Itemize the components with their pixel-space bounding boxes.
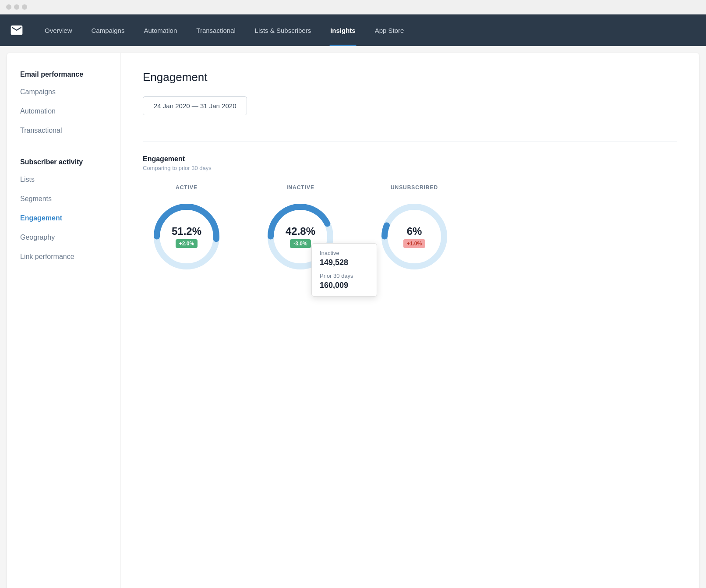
content-wrapper: Email performance CampaignsAutomationTra… [7,53,699,588]
col-header-inactive: INACTIVE [286,184,314,191]
window-dot-2 [14,4,19,10]
email-performance-section-title: Email performance [20,71,107,78]
window-dot-3 [22,4,27,10]
col-header-unsubscribed: UNSUBSCRIBED [391,184,438,191]
subscriber-activity-section-title: Subscriber activity [20,158,107,166]
nav-items: OverviewCampaignsAutomationTransactional… [35,14,413,46]
donut-center-unsubscribed: 6%+1.0% [403,225,425,248]
nav-item-transactional[interactable]: Transactional [187,14,245,46]
engagement-col-active: ACTIVE51.2%+2.0% [143,184,230,279]
engagement-section-heading: Engagement [143,155,677,163]
main-panel: Engagement 24 Jan 2020 — 31 Jan 2020 Eng… [121,53,699,588]
sidebar-item-transactional[interactable]: Transactional [20,126,107,135]
sidebar-item-geography[interactable]: Geography [20,233,107,242]
donut-percent-unsubscribed: 6% [403,225,425,237]
engagement-row: ACTIVE51.2%+2.0%INACTIVE42.8%-3.0%Inacti… [143,184,677,279]
date-range-picker[interactable]: 24 Jan 2020 — 31 Jan 2020 [143,96,247,115]
app-logo[interactable] [9,22,25,38]
col-header-active: ACTIVE [176,184,198,191]
sidebar-item-automation[interactable]: Automation [20,106,107,116]
donut-center-inactive: 42.8%-3.0% [286,225,315,248]
nav-item-campaigns[interactable]: Campaigns [82,14,134,46]
date-range-text: 24 Jan 2020 — 31 Jan 2020 [154,102,236,110]
donut-active: 51.2%+2.0% [149,199,224,274]
page-title: Engagement [143,71,677,84]
sidebar-item-segments[interactable]: Segments [20,194,107,204]
donut-badge-inactive: -3.0% [290,239,311,248]
nav-item-app-store[interactable]: App Store [365,14,414,46]
window-chrome [0,0,706,14]
engagement-section-subheading: Comparing to prior 30 days [143,165,677,171]
section-divider [143,142,677,142]
window-dot-1 [6,4,11,10]
donut-inactive: 42.8%-3.0%Inactive149,528Prior 30 days16… [263,199,338,274]
nav-item-automation[interactable]: Automation [134,14,187,46]
donut-percent-inactive: 42.8% [286,225,315,237]
sidebar-item-lists[interactable]: Lists [20,175,107,184]
sidebar-item-campaigns[interactable]: Campaigns [20,87,107,97]
donut-badge-active: +2.0% [176,239,198,248]
sidebar: Email performance CampaignsAutomationTra… [7,53,121,588]
sidebar-item-link-performance[interactable]: Link performance [20,252,107,262]
tooltip-prior-value: 160,009 [320,281,369,290]
navbar: OverviewCampaignsAutomationTransactional… [0,14,706,46]
engagement-tooltip: Inactive149,528Prior 30 days160,009 [311,243,377,297]
tooltip-prior-label: Prior 30 days [320,273,369,279]
engagement-col-unsubscribed: UNSUBSCRIBED6%+1.0% [371,184,458,279]
nav-item-overview[interactable]: Overview [35,14,82,46]
donut-percent-active: 51.2% [172,225,201,237]
tooltip-value: 149,528 [320,258,369,267]
engagement-col-inactive: INACTIVE42.8%-3.0%Inactive149,528Prior 3… [257,184,344,279]
nav-item-insights[interactable]: Insights [321,14,365,46]
sidebar-item-engagement[interactable]: Engagement [20,213,107,223]
donut-center-active: 51.2%+2.0% [172,225,201,248]
tooltip-label: Inactive [320,250,369,256]
nav-item-lists-and-subscribers[interactable]: Lists & Subscribers [245,14,321,46]
donut-badge-unsubscribed: +1.0% [403,239,425,248]
donut-unsubscribed: 6%+1.0% [377,199,452,274]
